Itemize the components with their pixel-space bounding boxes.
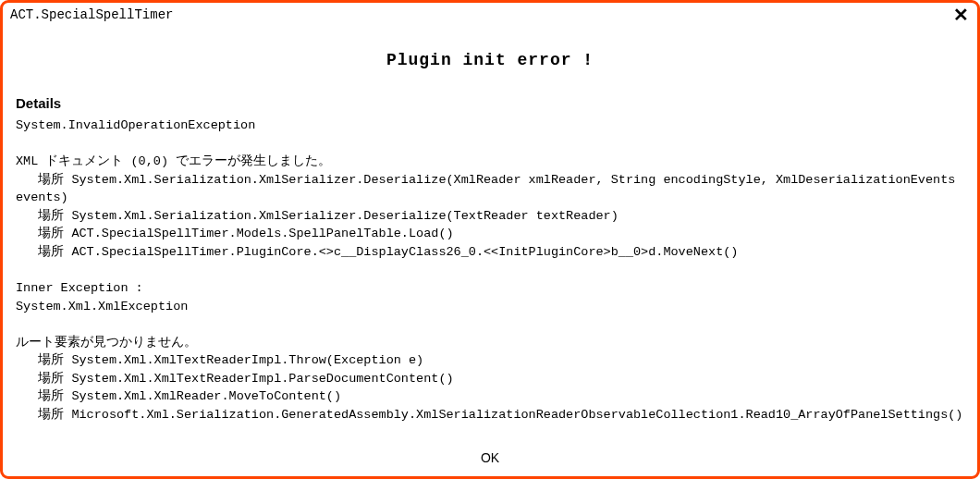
close-icon[interactable]: ✕ (950, 6, 972, 23)
window-title: ACT.SpecialSpellTimer (10, 7, 950, 22)
titlebar: ACT.SpecialSpellTimer ✕ (3, 3, 977, 25)
dialog-heading: Plugin init error ! (3, 51, 977, 69)
details-body: System.InvalidOperationException XML ドキュ… (3, 117, 977, 443)
ok-button[interactable]: OK (473, 448, 507, 467)
details-label: Details (3, 95, 977, 111)
dialog-footer: OK (3, 443, 977, 476)
error-dialog: ACT.SpecialSpellTimer ✕ Plugin init erro… (0, 0, 980, 479)
